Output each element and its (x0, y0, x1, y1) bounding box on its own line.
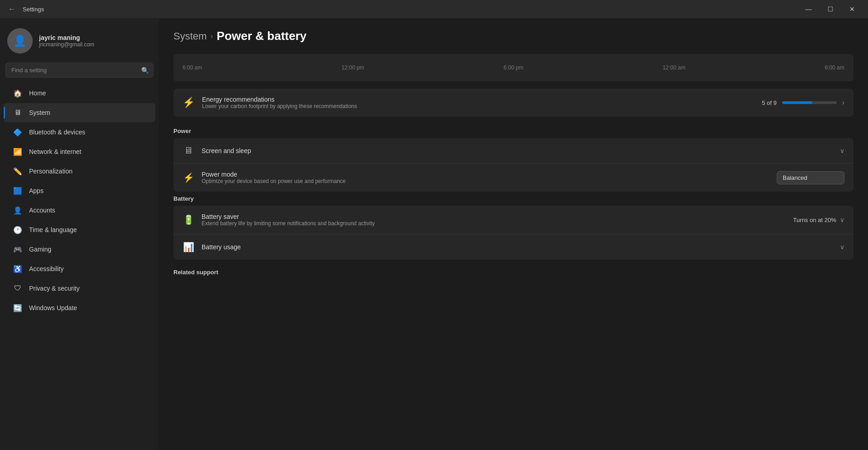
nav-icon-home: 🏠 (13, 88, 23, 98)
battery-section-header: Battery (173, 195, 853, 202)
energy-icon: ⚡ (182, 97, 195, 109)
sidebar-item-apps[interactable]: 🟦 Apps (4, 181, 155, 200)
nav-label-accessibility: Accessibility (29, 265, 64, 272)
close-button[interactable]: ✕ (842, 2, 863, 16)
sidebar-item-bluetooth[interactable]: 🔷 Bluetooth & devices (4, 123, 155, 142)
nav-label-network: Network & internet (29, 148, 81, 155)
energy-title: Energy recommendations (202, 96, 755, 103)
energy-progress-fill (782, 101, 812, 104)
battery-saver-right: Turns on at 20% ∨ (793, 216, 844, 223)
energy-recommendations-card[interactable]: ⚡ Energy recommendations Lower your carb… (173, 89, 853, 117)
chart-time-label: 12:00 pm (341, 64, 364, 71)
battery-usage-right: ∨ (840, 243, 844, 251)
nav-icon-privacy: 🛡 (13, 283, 23, 293)
battery-saver-row[interactable]: 🔋 Battery saver Extend battery life by l… (173, 206, 853, 234)
power-section-header: Power (173, 128, 853, 134)
sidebar-item-time-language[interactable]: 🕐 Time & language (4, 220, 155, 239)
power-settings-card: 🖥 Screen and sleep ∨ ⚡ Power mode Optimi… (173, 138, 853, 192)
nav-icon-windows-update: 🔄 (13, 303, 23, 313)
sidebar-item-network[interactable]: 📶 Network & internet (4, 142, 155, 161)
screen-sleep-icon: 🖥 (182, 145, 194, 156)
breadcrumb: System › Power & battery (173, 29, 853, 43)
energy-progress-bar (782, 101, 837, 104)
nav-icon-accounts: 👤 (13, 205, 23, 215)
screen-sleep-title: Screen and sleep (202, 147, 833, 154)
nav-label-home: Home (29, 89, 46, 97)
breadcrumb-current: Power & battery (217, 29, 306, 43)
titlebar-left: ← Settings (5, 3, 44, 15)
sidebar-item-privacy[interactable]: 🛡 Privacy & security (4, 279, 155, 298)
nav-list: 🏠 Home 🖥 System 🔷 Bluetooth & devices 📶 … (0, 83, 159, 318)
nav-icon-system: 🖥 (13, 108, 23, 118)
titlebar-title: Settings (23, 6, 44, 13)
nav-icon-network: 📶 (13, 147, 23, 157)
sidebar: 👤 jayric maning jricmaning@gmail.com 🔍 🏠… (0, 18, 159, 450)
sidebar-item-home[interactable]: 🏠 Home (4, 84, 155, 103)
battery-saver-title: Battery saver (202, 213, 786, 220)
power-mode-text: Power mode Optimize your device based on… (202, 171, 769, 184)
user-profile: 👤 jayric maning jricmaning@gmail.com (0, 24, 159, 63)
breadcrumb-separator: › (210, 31, 213, 41)
maximize-button[interactable]: ☐ (820, 2, 841, 16)
sidebar-item-system[interactable]: 🖥 System (4, 103, 155, 122)
power-mode-desc: Optimize your device based on power use … (202, 178, 769, 184)
energy-count: 5 of 9 (762, 99, 777, 106)
energy-text: Energy recommendations Lower your carbon… (202, 96, 755, 109)
breadcrumb-parent[interactable]: System (173, 30, 207, 42)
power-mode-select[interactable]: Battery saverBalancedBest performance (777, 171, 844, 184)
nav-label-windows-update: Windows Update (29, 304, 77, 312)
search-input[interactable] (5, 63, 153, 78)
screen-sleep-text: Screen and sleep (202, 147, 833, 154)
minimize-button[interactable]: — (798, 2, 819, 16)
battery-usage-row[interactable]: 📊 Battery usage ∨ (173, 234, 853, 260)
chart-time-label: 12:00 am (663, 64, 686, 71)
battery-usage-title: Battery usage (202, 243, 833, 251)
back-button[interactable]: ← (5, 3, 18, 15)
nav-icon-gaming: 🎮 (13, 244, 23, 254)
user-name: jayric maning (39, 34, 94, 41)
user-email: jricmaning@gmail.com (39, 41, 94, 48)
sidebar-item-personalization[interactable]: ✏️ Personalization (4, 162, 155, 181)
battery-usage-chevron-icon: ∨ (840, 243, 844, 251)
sidebar-item-gaming[interactable]: 🎮 Gaming (4, 240, 155, 259)
main-content: System › Power & battery 6:00 am12:00 pm… (159, 18, 868, 450)
chart-times: 6:00 am12:00 pm6:00 pm12:00 am6:00 am (182, 64, 844, 71)
nav-icon-accessibility: ♿ (13, 264, 23, 274)
titlebar-controls: — ☐ ✕ (798, 2, 863, 16)
screen-sleep-row[interactable]: 🖥 Screen and sleep ∨ (173, 138, 853, 163)
chart-time-label: 6:00 am (182, 64, 202, 71)
user-info: jayric maning jricmaning@gmail.com (39, 34, 94, 48)
power-mode-row[interactable]: ⚡ Power mode Optimize your device based … (173, 163, 853, 192)
related-support-header: Related support (173, 269, 853, 276)
nav-label-personalization: Personalization (29, 168, 73, 175)
energy-chevron-icon: › (842, 99, 844, 107)
nav-label-system: System (29, 109, 50, 116)
search-icon: 🔍 (141, 67, 149, 74)
battery-chart: 6:00 am12:00 pm6:00 pm12:00 am6:00 am (173, 54, 853, 81)
search-container: 🔍 (5, 63, 153, 78)
battery-settings-card: 🔋 Battery saver Extend battery life by l… (173, 206, 853, 260)
nav-icon-personalization: ✏️ (13, 166, 23, 176)
energy-right: 5 of 9 › (762, 99, 844, 107)
sidebar-item-accessibility[interactable]: ♿ Accessibility (4, 259, 155, 278)
nav-icon-time-language: 🕐 (13, 225, 23, 235)
battery-saver-value: Turns on at 20% (793, 217, 836, 223)
app-body: 👤 jayric maning jricmaning@gmail.com 🔍 🏠… (0, 18, 868, 450)
power-mode-title: Power mode (202, 171, 769, 178)
battery-saver-text: Battery saver Extend battery life by lim… (202, 213, 786, 227)
chart-time-label: 6:00 am (825, 64, 844, 71)
battery-usage-icon: 📊 (182, 242, 194, 252)
avatar: 👤 (7, 28, 33, 54)
screen-sleep-right: ∨ (840, 147, 844, 154)
nav-label-bluetooth: Bluetooth & devices (29, 129, 85, 136)
nav-label-accounts: Accounts (29, 207, 55, 214)
nav-icon-apps: 🟦 (13, 186, 23, 196)
titlebar: ← Settings — ☐ ✕ (0, 0, 868, 18)
nav-icon-bluetooth: 🔷 (13, 127, 23, 137)
chart-time-label: 6:00 pm (503, 64, 523, 71)
sidebar-item-windows-update[interactable]: 🔄 Windows Update (4, 298, 155, 317)
nav-label-time-language: Time & language (29, 226, 77, 233)
sidebar-item-accounts[interactable]: 👤 Accounts (4, 201, 155, 220)
energy-desc: Lower your carbon footprint by applying … (202, 103, 755, 109)
nav-label-apps: Apps (29, 187, 44, 194)
